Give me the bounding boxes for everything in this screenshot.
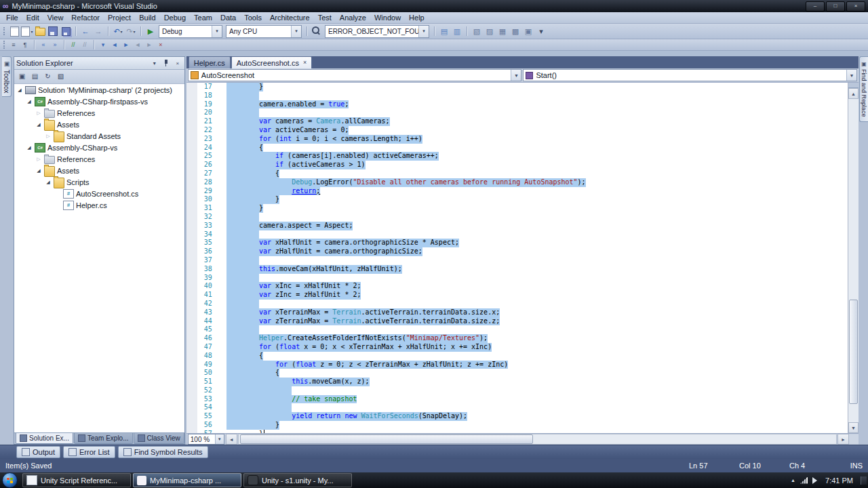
tree-expander-icon[interactable]: ◢ — [35, 122, 42, 127]
code-line[interactable]: 47 for (float x = 0; x < xTerrainMax + x… — [186, 343, 848, 352]
code-line[interactable]: 30 } — [186, 195, 848, 204]
chevron-down-icon[interactable]: ▼ — [215, 434, 224, 444]
solution-configurations-combo[interactable]: Debug▾ — [159, 25, 222, 38]
tree-expander-icon[interactable]: ▷ — [45, 134, 52, 138]
code-line[interactable]: 44 var zTerrainMax = Terrain.activeTerra… — [186, 317, 848, 326]
pin-icon[interactable] — [161, 59, 171, 68]
vertical-scroll-thumb[interactable] — [849, 300, 858, 405]
save-icon[interactable] — [47, 25, 59, 37]
refresh-icon[interactable]: ↻ — [42, 71, 54, 82]
code-line[interactable]: 18 — [186, 92, 848, 100]
code-line[interactable]: 24 { — [186, 144, 848, 152]
tree-item-references[interactable]: ▷References — [14, 107, 184, 119]
types-dropdown[interactable]: AutoScreenshot ▼ — [188, 69, 522, 81]
clock[interactable]: 7:41 PM — [825, 476, 853, 485]
scroll-up-icon[interactable]: ▲ — [848, 88, 859, 99]
panel-tab-class-view[interactable]: Class View — [134, 433, 184, 444]
scroll-right-icon[interactable]: ► — [837, 434, 849, 445]
toggle-bookmark-icon[interactable]: ▾ — [98, 40, 108, 49]
code-line[interactable]: 45 — [186, 325, 848, 334]
find-symbol-icon[interactable]: ▥ — [451, 25, 463, 37]
close-panel-icon[interactable]: × — [173, 59, 182, 68]
navigate-forward-icon[interactable]: → — [92, 25, 104, 37]
tree-item-assembly-csharp-firstpass-vs[interactable]: ◢Assembly-CSharp-firstpass-vs — [14, 96, 184, 107]
chevron-down-icon[interactable]: ▾ — [212, 26, 222, 37]
code-line[interactable]: 19 camera.enabled = true; — [186, 100, 848, 109]
code-line[interactable]: 26 if (activeCameras > 1) — [186, 161, 848, 169]
code-line[interactable]: 33 camera.aspect = Aspect; — [186, 222, 848, 230]
chevron-down-icon[interactable]: ▼ — [511, 70, 521, 81]
tree-expander-icon[interactable]: ◢ — [45, 180, 52, 184]
previous-bookmark-icon[interactable]: ◄ — [109, 40, 120, 49]
volume-icon[interactable] — [812, 477, 821, 484]
code-line[interactable]: 48 { — [186, 352, 848, 361]
menu-item-refactor[interactable]: Refactor — [67, 13, 104, 22]
undo-icon[interactable]: ↶▾ — [112, 25, 124, 37]
members-dropdown[interactable]: Start() ▼ — [523, 69, 857, 81]
code-line[interactable]: 41 var zInc = zHalfUnit * 2; — [186, 291, 848, 300]
view-class-diagram-icon[interactable]: ▧ — [55, 71, 66, 82]
code-line[interactable]: 22 var activeCameras = 0; — [186, 126, 848, 135]
toolbox-tab[interactable]: ▣ Toolbox — [2, 56, 12, 97]
tree-expander-icon[interactable]: ◢ — [16, 87, 23, 92]
tree-expander-icon[interactable]: ◢ — [26, 99, 33, 104]
add-item-icon[interactable]: ▾ — [21, 25, 33, 37]
code-line[interactable]: 25 if (cameras[i].enabled) activeCameras… — [186, 152, 848, 161]
close-button[interactable]: × — [846, 1, 865, 12]
menu-item-tools[interactable]: Tools — [240, 13, 266, 22]
scroll-left-icon[interactable]: ◄ — [226, 434, 237, 445]
previous-bookmark-folder-icon[interactable]: ◄ — [132, 40, 143, 49]
splitter-handle[interactable] — [848, 83, 859, 88]
code-line[interactable]: 32 — [186, 213, 848, 222]
taskbar-item-unity-script-referenc[interactable]: Unity Script Referenc... — [22, 473, 131, 487]
document-tab-autoscreenshot-cs[interactable]: AutoScreenshot.cs× — [231, 56, 313, 68]
menu-item-window[interactable]: Window — [370, 13, 405, 22]
chevron-down-icon[interactable]: ▼ — [846, 70, 856, 81]
comment-selection-icon[interactable]: // — [68, 40, 79, 49]
code-line[interactable]: 23 for (int i = 0; i < cameras.Length; i… — [186, 135, 848, 144]
code-line[interactable]: 35 var xHalfUnit = camera.orthographicSi… — [186, 239, 848, 247]
code-line[interactable]: 20 — [186, 108, 848, 117]
next-bookmark-icon[interactable]: ► — [121, 40, 132, 49]
show-desktop-button[interactable] — [861, 476, 867, 485]
solution-explorer-icon[interactable]: ▧ — [471, 25, 483, 37]
code-line[interactable]: 29 return; — [186, 187, 848, 196]
code-line[interactable]: 43 var xTerrainMax = Terrain.activeTerra… — [186, 308, 848, 317]
minimize-button[interactable]: – — [806, 1, 825, 12]
tree-item-assets[interactable]: ◢Assets — [14, 119, 184, 130]
menu-item-analyze[interactable]: Analyze — [336, 13, 370, 22]
chevron-down-icon[interactable]: ▾ — [418, 26, 429, 37]
decrease-indent-icon[interactable]: « — [38, 40, 49, 49]
panel-button-error-list[interactable]: Error List — [63, 446, 115, 458]
find-and-replace-tab[interactable]: ▣ Find and Replace — [859, 56, 868, 122]
code-line[interactable]: 38 this.moveCam(xHalfUnit, zHalfUnit); — [186, 265, 848, 274]
start-button[interactable] — [2, 472, 18, 488]
object-browser-icon[interactable]: ▦ — [496, 25, 509, 37]
start-debug-icon[interactable]: ▶ — [144, 25, 157, 37]
toolbar-grip[interactable] — [3, 41, 5, 49]
word-wrap-icon[interactable]: ¶ — [20, 40, 31, 49]
code-line[interactable]: 39 — [186, 274, 848, 283]
tree-item-scripts[interactable]: ◢Scripts — [14, 176, 184, 188]
taskbar-item-unity-s1-unity-my[interactable]: Unity - s1.unity - My... — [243, 473, 352, 487]
properties-window-icon[interactable]: ▨ — [484, 25, 496, 37]
zoom-dropdown[interactable]: 100 % ▼ — [188, 434, 224, 445]
tree-item-assembly-csharp-vs[interactable]: ◢Assembly-CSharp-vs — [14, 142, 184, 153]
horizontal-scroll-track[interactable] — [238, 434, 837, 445]
code-line[interactable]: 31 } — [186, 204, 848, 213]
toolbar-grip[interactable] — [3, 27, 5, 35]
menu-item-debug[interactable]: Debug — [160, 13, 190, 22]
properties-icon[interactable]: ▣ — [16, 71, 28, 82]
code-line[interactable]: 17 } — [186, 83, 848, 92]
code-line[interactable]: 56 } — [186, 421, 848, 430]
menu-item-build[interactable]: Build — [135, 13, 159, 22]
tree-expander-icon[interactable]: ▷ — [35, 157, 42, 161]
panel-button-find-symbol-results[interactable]: Find Symbol Results — [118, 446, 208, 458]
menu-item-project[interactable]: Project — [104, 13, 135, 22]
find-combo[interactable]: ERROR_OBJECT_NOT_FOUND▾ — [325, 25, 429, 38]
menu-item-help[interactable]: Help — [405, 13, 429, 22]
menu-item-file[interactable]: File — [2, 13, 22, 22]
code-line[interactable]: 40 var xInc = xHalfUnit * 2; — [186, 282, 848, 291]
chevron-down-icon[interactable]: ▾ — [291, 26, 301, 37]
tree-item-solution-myminimap-csharp-2-projects[interactable]: ◢Solution 'MyMinimap-csharp' (2 projects… — [14, 84, 184, 96]
